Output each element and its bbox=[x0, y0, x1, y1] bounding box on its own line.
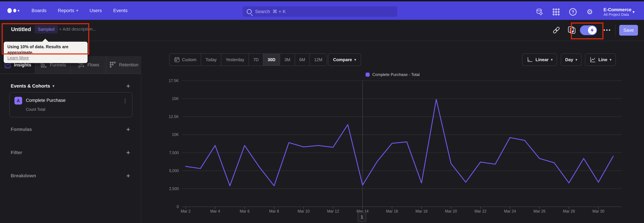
window-top-strip bbox=[0, 0, 644, 1]
top-navigation-bar: Boards Reports▾ Users Events ? ⚙ E-Comme… bbox=[0, 1, 644, 20]
query-builder-sidebar: Events & Cohorts ▾ + A Complete Purchase… bbox=[0, 74, 141, 223]
report-header-bar: Untitled Sampled + Add description... ••… bbox=[0, 20, 644, 41]
chevron-down-icon: ▾ bbox=[551, 58, 552, 62]
lightning-bolt-icon bbox=[588, 26, 596, 34]
tooltip-arrow bbox=[42, 39, 49, 42]
settings-gear-icon[interactable]: ⚙ bbox=[586, 8, 594, 16]
nav-item-events[interactable]: Events bbox=[113, 8, 128, 13]
chevron-down-icon: ▾ bbox=[52, 84, 54, 88]
tab-label: Retention bbox=[119, 62, 138, 68]
x-axis-label: Mar 22 bbox=[469, 209, 492, 213]
event-letter-badge: A bbox=[14, 97, 22, 104]
project-name: E-Commerce bbox=[604, 7, 632, 13]
events-cohorts-toggle[interactable]: Events & Cohorts ▾ bbox=[11, 83, 54, 89]
add-event-button[interactable]: + bbox=[126, 83, 130, 89]
x-axis-label: Mar 18 bbox=[410, 209, 433, 213]
range-30d[interactable]: 30D bbox=[263, 54, 280, 66]
chevron-down-icon: ▾ bbox=[576, 58, 577, 62]
x-axis-label: Mar 8 bbox=[262, 209, 286, 213]
insights-report-page: Boards Reports▾ Users Events ? ⚙ E-Comme… bbox=[0, 0, 644, 223]
y-axis-label: 7,500 bbox=[155, 151, 179, 155]
filter-section: Filter + bbox=[11, 149, 130, 156]
event-metric[interactable]: Count Total bbox=[26, 107, 45, 112]
nav-item-reports[interactable]: Reports▾ bbox=[58, 8, 78, 13]
tab-label: Funnels bbox=[50, 62, 66, 68]
range-12m[interactable]: 12M bbox=[310, 54, 327, 66]
add-filter-button[interactable]: + bbox=[126, 149, 130, 156]
nav-item-label: Boards bbox=[32, 8, 46, 13]
tab-label: Flows bbox=[88, 62, 99, 68]
range-3m[interactable]: 3M bbox=[280, 54, 295, 66]
y-axis-label: 17.5K bbox=[155, 78, 179, 83]
duplicate-icon[interactable] bbox=[567, 26, 576, 35]
range-custom[interactable]: Custom bbox=[170, 54, 201, 66]
report-title[interactable]: Untitled bbox=[11, 26, 31, 32]
range-6m[interactable]: 6M bbox=[295, 54, 310, 66]
nav-item-boards[interactable]: Boards bbox=[32, 8, 46, 13]
event-name: Complete Purchase bbox=[26, 98, 66, 103]
y-axis-label: 12.5K bbox=[155, 115, 179, 119]
chevron-down-icon: ▾ bbox=[610, 58, 611, 62]
x-axis-label: Mar 2 bbox=[174, 209, 198, 213]
legend-swatch bbox=[366, 73, 370, 77]
project-scope: All Project Data bbox=[604, 13, 632, 17]
line-chart-svg bbox=[182, 79, 622, 212]
breakdown-section: Breakdown + bbox=[11, 172, 130, 179]
x-axis-label: Mar 10 bbox=[292, 209, 315, 213]
x-axis-label: Mar 30 bbox=[587, 209, 610, 213]
event-card-complete-purchase[interactable]: A Complete Purchase Count Total ⋮ bbox=[10, 92, 132, 117]
x-axis-label: Mar 20 bbox=[439, 209, 463, 213]
save-button[interactable]: Save bbox=[619, 25, 638, 36]
add-formula-button[interactable]: + bbox=[126, 126, 130, 133]
add-description-field[interactable]: + Add description... bbox=[59, 27, 96, 32]
compare-dropdown[interactable]: Compare ▾ bbox=[328, 53, 361, 66]
chart-type-dropdown[interactable]: Line ▾ bbox=[585, 53, 616, 66]
granularity-dropdown[interactable]: Day ▾ bbox=[561, 53, 582, 66]
divider bbox=[615, 25, 616, 36]
x-axis-label: Mar 26 bbox=[528, 209, 551, 213]
tab-retention[interactable]: Retention bbox=[106, 56, 141, 74]
data-pipeline-icon[interactable] bbox=[535, 8, 544, 16]
nav-item-label: Reports bbox=[58, 8, 74, 13]
chevron-down-icon: ▾ bbox=[632, 10, 634, 15]
search-input[interactable] bbox=[255, 9, 389, 15]
legend-label: Complete Purchase - Total bbox=[372, 72, 420, 77]
range-7d[interactable]: 7D bbox=[249, 54, 263, 66]
sampling-tooltip: Using 10% of data. Results are approxima… bbox=[4, 42, 88, 63]
chevron-down-icon: ▾ bbox=[76, 9, 78, 13]
apps-grid-icon[interactable] bbox=[552, 8, 560, 16]
mixpanel-logo-icon[interactable] bbox=[8, 8, 26, 13]
x-axis-label: Mar 12 bbox=[321, 209, 345, 213]
more-icon[interactable]: ••• bbox=[604, 27, 611, 33]
nav-right-cluster: ? ⚙ E-Commerce All Project Data ▾ bbox=[535, 3, 644, 21]
y-axis-label: 0 bbox=[155, 204, 179, 209]
pagination-page-1[interactable]: 1 bbox=[358, 212, 366, 222]
x-axis-label: Mar 6 bbox=[233, 209, 256, 213]
chart-legend[interactable]: Complete Purchase - Total bbox=[366, 72, 420, 77]
y-axis-label: 15K bbox=[155, 96, 179, 101]
scale-dropdown[interactable]: Linear ▾ bbox=[522, 53, 557, 66]
sampled-badge[interactable]: Sampled bbox=[34, 25, 58, 33]
chevron-down-icon: ▾ bbox=[354, 58, 356, 62]
nav-item-label: Users bbox=[90, 8, 102, 13]
add-breakdown-button[interactable]: + bbox=[126, 172, 130, 179]
tooltip-message: Using 10% of data. Results are approxima… bbox=[8, 44, 84, 55]
range-yesterday[interactable]: Yesterday bbox=[221, 54, 249, 66]
sampling-toggle[interactable] bbox=[580, 25, 597, 35]
range-today[interactable]: Today bbox=[201, 54, 221, 66]
project-switcher[interactable]: E-Commerce All Project Data ▾ bbox=[602, 7, 634, 17]
y-axis-label: 5,000 bbox=[155, 169, 179, 173]
x-axis-label: Mar 16 bbox=[380, 209, 404, 213]
event-more-icon[interactable]: ⋮ bbox=[122, 97, 128, 104]
line-chart-plot[interactable] bbox=[182, 79, 622, 212]
y-axis-label: 10K bbox=[155, 133, 179, 137]
share-link-icon[interactable] bbox=[552, 26, 561, 35]
global-search[interactable] bbox=[243, 6, 397, 17]
nav-item-label: Events bbox=[113, 8, 128, 13]
help-icon[interactable]: ? bbox=[569, 8, 577, 16]
nav-item-users[interactable]: Users bbox=[90, 8, 102, 13]
learn-more-link[interactable]: Learn More bbox=[8, 55, 84, 60]
tab-label: Insights bbox=[14, 62, 31, 68]
x-axis-label: Mar 28 bbox=[557, 209, 580, 213]
search-icon bbox=[247, 9, 252, 14]
